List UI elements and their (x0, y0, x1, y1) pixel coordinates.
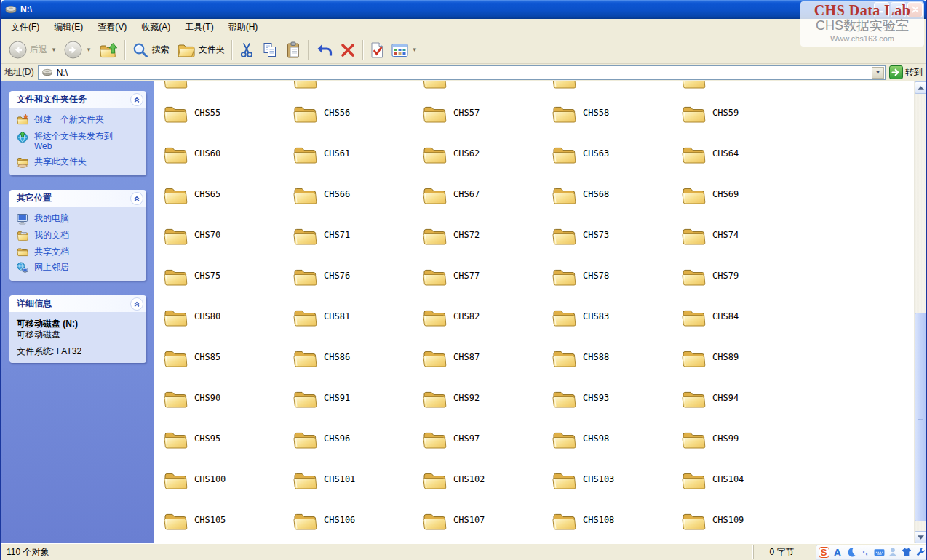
forward-button[interactable]: ▼ (60, 39, 95, 61)
checked-document-button[interactable] (366, 39, 388, 61)
folder-item[interactable]: CHS87 (422, 347, 485, 388)
folders-button[interactable]: 文件夹 (173, 40, 228, 60)
folder-item[interactable]: CHS96 (293, 428, 356, 469)
folder-item[interactable]: CHS100 (163, 469, 231, 510)
folder-item[interactable]: CHS102 (422, 469, 490, 510)
partial-folder[interactable] (163, 81, 293, 103)
folder-item[interactable]: CHS109 (681, 510, 749, 543)
panel-other-places-header[interactable]: 其它位置 (9, 190, 146, 207)
folder-item[interactable]: CHS104 (681, 469, 749, 510)
copy-button[interactable] (258, 39, 282, 61)
sidebar-link[interactable]: 我的文档 (17, 230, 142, 241)
chevron-up-icon[interactable] (130, 192, 143, 205)
folder-item[interactable]: CHS66 (293, 184, 356, 225)
folder-item[interactable]: CHS84 (681, 306, 744, 347)
folder-item[interactable]: CHS59 (681, 103, 744, 143)
folder-item[interactable]: CHS101 (293, 469, 361, 510)
folder-item[interactable]: CHS97 (422, 428, 485, 469)
back-button[interactable]: 后退▼ (5, 39, 60, 61)
folder-item[interactable]: CHS77 (422, 265, 485, 306)
folder-item[interactable]: CHS94 (681, 388, 744, 428)
folder-item[interactable]: CHS57 (422, 103, 485, 143)
sidebar-link[interactable]: 网上邻居 (17, 262, 142, 273)
partial-folder[interactable] (681, 81, 811, 103)
folder-item[interactable]: CHS58 (552, 103, 615, 143)
menu-item[interactable]: 文件(F) (4, 18, 47, 36)
folder-item[interactable]: CHS86 (293, 347, 356, 388)
sidebar-link[interactable]: 创建一个新文件夹 (17, 114, 142, 126)
folder-item[interactable]: CHS64 (681, 143, 744, 184)
folder-item[interactable]: CHS63 (552, 143, 615, 184)
folder-item[interactable]: CHS76 (293, 265, 356, 306)
up-folder-button[interactable] (95, 39, 122, 61)
folder-item[interactable]: CHS69 (681, 184, 744, 225)
go-button[interactable]: 转到 (889, 65, 923, 79)
chevron-down-icon[interactable]: ▼ (86, 47, 92, 53)
folder-item[interactable]: CHS103 (552, 469, 620, 510)
folder-item[interactable]: CHS65 (163, 184, 226, 225)
person-icon[interactable] (887, 546, 899, 558)
folder-item[interactable]: CHS107 (422, 510, 490, 543)
panel-details-header[interactable]: 详细信息 (9, 295, 146, 312)
search-button[interactable]: 搜索 (128, 39, 173, 61)
punctuation-icon[interactable]: ·, (859, 546, 871, 558)
folder-item[interactable]: CHS99 (681, 428, 744, 469)
sidebar-link[interactable]: 我的电脑 (17, 213, 142, 225)
keyboard-icon[interactable] (873, 546, 885, 558)
folder-item[interactable]: CHS80 (163, 306, 226, 347)
folder-item[interactable]: CHS60 (163, 143, 226, 184)
folder-item[interactable]: CHS88 (552, 347, 615, 388)
folder-item[interactable]: CHS73 (552, 225, 615, 265)
partial-folder[interactable] (293, 81, 422, 103)
scrollbar-thumb[interactable] (915, 313, 927, 521)
folder-item[interactable]: CHS90 (163, 388, 226, 428)
sidebar-link[interactable]: 共享文档 (17, 247, 142, 257)
menu-item[interactable]: 查看(V) (90, 18, 134, 36)
sidebar-link[interactable]: 将这个文件夹发布到 Web (17, 131, 142, 151)
scroll-up-button[interactable] (915, 81, 927, 94)
folder-item[interactable]: CHS83 (552, 306, 615, 347)
letter-a-icon[interactable]: A (832, 546, 843, 558)
chevron-down-icon[interactable]: ▼ (51, 47, 57, 53)
folder-item[interactable]: CHS91 (293, 388, 356, 428)
address-dropdown-button[interactable]: ▼ (872, 67, 884, 79)
menu-item[interactable]: 工具(T) (178, 18, 220, 36)
partial-folder[interactable] (422, 81, 552, 103)
sogou-logo-icon[interactable]: S (818, 546, 829, 558)
menu-item[interactable]: 收藏(A) (134, 18, 178, 36)
chevron-up-icon[interactable] (130, 93, 143, 106)
folder-item[interactable]: CHS56 (293, 103, 356, 143)
folder-item[interactable]: CHS108 (552, 510, 620, 543)
wrench-icon[interactable] (915, 546, 926, 558)
folder-item[interactable]: CHS89 (681, 347, 744, 388)
folder-item[interactable]: CHS93 (552, 388, 615, 428)
paste-button[interactable] (282, 39, 305, 61)
folder-item[interactable]: CHS82 (422, 306, 485, 347)
menu-item[interactable]: 帮助(H) (221, 18, 266, 36)
folder-item[interactable]: CHS95 (163, 428, 226, 469)
folder-item[interactable]: CHS105 (163, 510, 231, 543)
folder-item[interactable]: CHS98 (552, 428, 615, 469)
delete-button[interactable] (336, 40, 359, 60)
folder-item[interactable]: CHS75 (163, 265, 226, 306)
folder-item[interactable]: CHS79 (681, 265, 744, 306)
folder-item[interactable]: CHS68 (552, 184, 615, 225)
vertical-scrollbar[interactable] (914, 81, 926, 543)
chevron-up-icon[interactable] (130, 297, 143, 311)
panel-file-tasks-header[interactable]: 文件和文件夹任务 (9, 91, 146, 108)
chevron-down-icon[interactable]: ▼ (412, 47, 418, 53)
folder-item[interactable]: CHS106 (293, 510, 361, 543)
folder-item[interactable]: CHS74 (681, 225, 744, 265)
undo-button[interactable] (311, 39, 336, 61)
scroll-down-button[interactable] (915, 531, 927, 543)
shirt-icon[interactable] (901, 546, 912, 558)
folder-item[interactable]: CHS55 (163, 103, 226, 143)
folder-item[interactable]: CHS67 (422, 184, 485, 225)
folder-item[interactable]: CHS85 (163, 347, 226, 388)
folder-item[interactable]: CHS70 (163, 225, 226, 265)
views-button[interactable]: ▼ (388, 41, 421, 60)
address-combo[interactable]: N:\ ▼ (38, 65, 886, 80)
folder-item[interactable]: CHS62 (422, 143, 485, 184)
cut-button[interactable] (235, 39, 258, 61)
sidebar-link[interactable]: 共享此文件夹 (17, 156, 142, 168)
